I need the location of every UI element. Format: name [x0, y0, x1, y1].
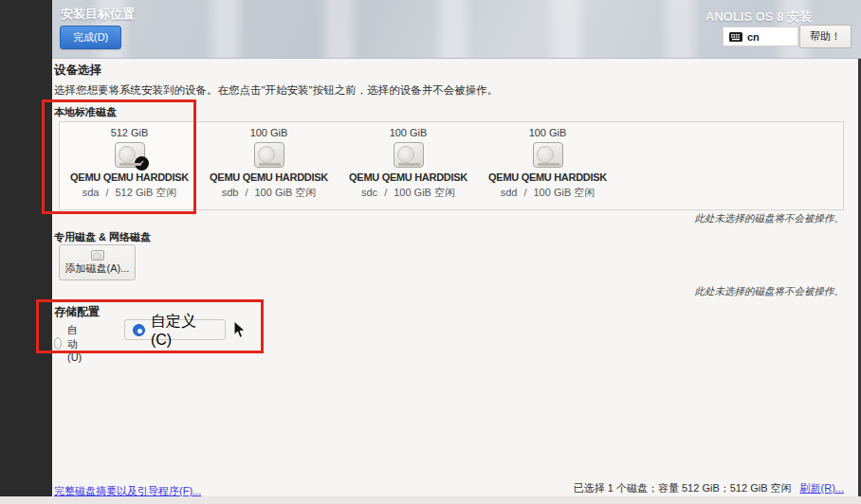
- disk-size-label: 512 GiB: [111, 127, 149, 138]
- add-disk-label: 添加磁盘(A)...: [65, 261, 130, 276]
- page-title: 安装目标位置: [61, 6, 135, 23]
- radio-icon: [54, 337, 62, 350]
- keyboard-layout-value: cn: [747, 31, 760, 43]
- disk-model-label: QEMU QEMU HARDDISK: [488, 171, 607, 183]
- full-disk-summary-link[interactable]: 完整磁盘摘要以及引导程序(F)...: [54, 485, 201, 496]
- radio-icon: [133, 324, 145, 336]
- selection-status-text: 已选择 1 个磁盘；容量 512 GiB；512 GiB 空闲: [574, 481, 792, 495]
- storage-config-heading: 存储配置: [54, 304, 100, 320]
- local-disks-note: 此处未选择的磁盘将不会被操作。: [695, 212, 845, 225]
- radio-label: 自动(U): [67, 323, 86, 363]
- add-disk-button[interactable]: 添加磁盘(A)...: [59, 244, 136, 280]
- disk-size-label: 100 GiB: [250, 127, 288, 138]
- disk-model-label: QEMU QEMU HARDDISK: [210, 171, 328, 183]
- disk-separator: /: [245, 187, 247, 198]
- disk-model-label: QEMU QEMU HARDDISK: [70, 171, 189, 183]
- help-button[interactable]: 帮助！: [799, 25, 852, 48]
- installer-window: 安装目标位置 完成(D) ANOLIS OS 8 安装 cn 帮助！ 设备选择 …: [0, 0, 861, 504]
- hub-sidebar: [0, 0, 52, 496]
- disk-model-label: QEMU QEMU HARDDISK: [349, 171, 467, 183]
- disk-separator: /: [523, 187, 526, 198]
- disk-separator: /: [384, 187, 387, 198]
- disk-dev: sda: [82, 187, 100, 198]
- harddisk-icon: [533, 142, 563, 168]
- disk-separator: /: [105, 187, 108, 198]
- disk-free: 100 GiB 空闲: [255, 187, 317, 198]
- harddisk-icon: ✓: [115, 142, 145, 168]
- harddisk-icon: [394, 142, 424, 168]
- device-selection-heading: 设备选择: [54, 63, 101, 79]
- disk-detail-label: sdb/100 GiB 空闲: [222, 186, 317, 200]
- specialized-disks-note: 此处未选择的磁盘将不会被操作。: [695, 285, 845, 298]
- selected-check-icon: ✓: [135, 156, 149, 171]
- disk-tile-sda[interactable]: 512 GiB ✓ QEMU QEMU HARDDISK sda/512 GiB…: [60, 122, 199, 209]
- keyboard-icon: [729, 32, 742, 42]
- disk-free: 100 GiB 空闲: [534, 187, 595, 198]
- device-selection-description: 选择您想要将系统安装到的设备。在您点击"开始安装"按钮之前，选择的设备并不会被操…: [54, 83, 498, 98]
- disk-dev: sdd: [501, 187, 518, 198]
- disk-free: 512 GiB 空闲: [116, 187, 177, 198]
- disk-detail-label: sdd/100 GiB 空闲: [501, 186, 595, 200]
- disk-dev: sdc: [361, 187, 377, 198]
- disk-detail-label: sda/512 GiB 空闲: [82, 186, 177, 200]
- done-button[interactable]: 完成(D): [60, 26, 121, 49]
- keyboard-layout-selector[interactable]: cn: [723, 27, 798, 46]
- mouse-cursor-icon: [233, 320, 247, 339]
- disk-size-label: 100 GiB: [529, 127, 567, 138]
- radio-option-automatic[interactable]: 自动(U): [54, 323, 86, 363]
- local-disks-heading: 本地标准磁盘: [54, 105, 117, 119]
- radio-label: 自定义(C): [151, 312, 217, 349]
- add-disk-icon: [91, 250, 104, 261]
- disk-tile-sdb[interactable]: 100 GiB QEMU QEMU HARDDISK sdb/100 GiB 空…: [199, 122, 339, 209]
- disk-size-label: 100 GiB: [390, 127, 428, 138]
- harddisk-icon: [254, 142, 284, 168]
- header-bar: 安装目标位置 完成(D) ANOLIS OS 8 安装 cn 帮助！: [52, 0, 861, 59]
- refresh-link[interactable]: 刷新(R)...: [800, 481, 844, 495]
- specialized-disks-heading: 专用磁盘 & 网络磁盘: [54, 230, 151, 244]
- disk-detail-label: sdc/100 GiB 空闲: [361, 186, 455, 200]
- radio-option-custom[interactable]: 自定义(C): [124, 319, 226, 340]
- disk-dev: sdb: [222, 187, 239, 198]
- distro-label: ANOLIS OS 8 安装: [705, 9, 812, 26]
- disk-free: 100 GiB 空闲: [394, 187, 455, 198]
- disk-tile-sdd[interactable]: 100 GiB QEMU QEMU HARDDISK sdd/100 GiB 空…: [478, 122, 617, 209]
- disk-tile-sdc[interactable]: 100 GiB QEMU QEMU HARDDISK sdc/100 GiB 空…: [339, 122, 478, 209]
- local-disks-shelf: 512 GiB ✓ QEMU QEMU HARDDISK sda/512 GiB…: [59, 121, 844, 210]
